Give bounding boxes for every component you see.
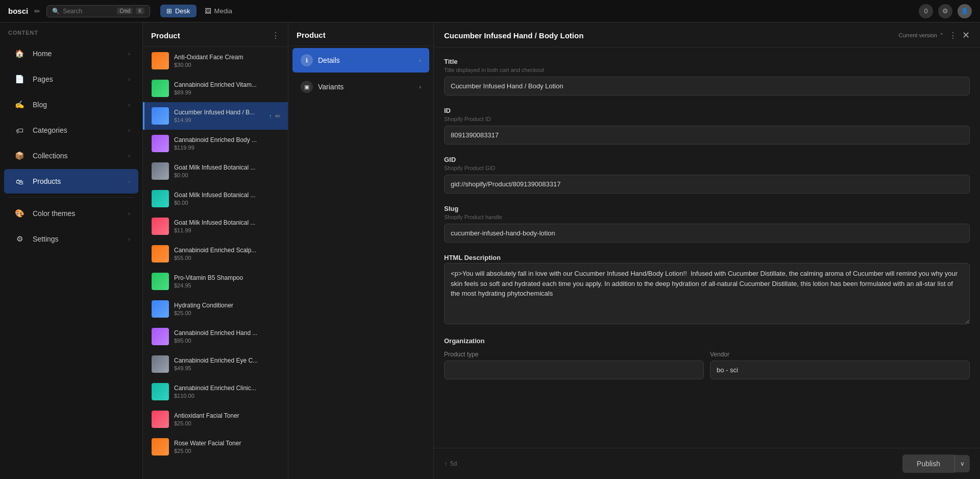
product-edit-btn[interactable]: ✏ bbox=[275, 195, 281, 203]
search-icon: 🔍 bbox=[52, 8, 60, 15]
product-actions: ↑ ✏ bbox=[269, 112, 281, 120]
product-price: $0.00 bbox=[174, 200, 264, 206]
product-edit-btn[interactable]: ✏ bbox=[275, 305, 281, 313]
footer-time: ↑ 5d bbox=[444, 460, 457, 467]
product-edit-btn[interactable]: ✏ bbox=[275, 57, 281, 65]
search-kbd-key: K bbox=[136, 8, 144, 14]
product-type-input[interactable] bbox=[444, 361, 704, 379]
chevron-icon: › bbox=[128, 178, 130, 184]
product-pin-btn[interactable]: ↑ bbox=[269, 416, 273, 423]
product-edit-btn[interactable]: ✏ bbox=[275, 223, 281, 230]
product-list-item[interactable]: Goat Milk Infused Botanical ... $11.99 ↑… bbox=[143, 212, 288, 240]
avatar[interactable]: 👤 bbox=[958, 4, 972, 18]
topbar-tabs: ⊞ Desk 🖼 Media bbox=[160, 5, 238, 17]
product-list-item[interactable]: Cannabinoid Enriched Hand ... $95.00 ↑ ✏ bbox=[143, 323, 288, 350]
product-pin-btn[interactable]: ↑ bbox=[269, 361, 273, 368]
product-pin-btn[interactable]: ↑ bbox=[269, 223, 273, 230]
product-info: Antioxidant Facial Toner $25.00 bbox=[174, 412, 264, 426]
product-list-item[interactable]: Cucumber Infused Hand / B... $14.99 ↑ ✏ bbox=[143, 102, 288, 130]
product-pin-btn[interactable]: ↑ bbox=[269, 278, 273, 285]
sidebar-item-blog[interactable]: ✍ Blog › bbox=[4, 92, 138, 117]
product-list-item[interactable]: Antioxidant Facial Toner $25.00 ↑ ✏ bbox=[143, 405, 288, 433]
product-edit-btn[interactable]: ✏ bbox=[275, 361, 281, 368]
product-pin-btn[interactable]: ↑ bbox=[269, 85, 273, 92]
sidebar-item-color-themes[interactable]: 🎨 Color themes › bbox=[4, 201, 138, 226]
product-pin-btn[interactable]: ↑ bbox=[269, 57, 273, 65]
field-title-sublabel: Title displayed in both cart and checkou… bbox=[444, 67, 970, 73]
product-thumbnail bbox=[152, 107, 169, 125]
product-edit-btn[interactable]: ✏ bbox=[275, 333, 281, 341]
id-input[interactable] bbox=[444, 126, 970, 145]
product-price: $14.99 bbox=[174, 117, 264, 123]
sidebar-item-settings[interactable]: ⚙ Settings › bbox=[4, 227, 138, 251]
product-info: Rose Water Facial Toner $25.00 bbox=[174, 440, 264, 454]
product-list-item[interactable]: Cannabinoid Enriched Body ... $119.99 ↑ … bbox=[143, 130, 288, 157]
tab-media[interactable]: 🖼 Media bbox=[199, 5, 238, 17]
product-pin-btn[interactable]: ↑ bbox=[269, 112, 273, 120]
nav-item-variants[interactable]: ▣ Variants › bbox=[292, 75, 429, 99]
product-price: $110.00 bbox=[174, 393, 264, 399]
product-info: Cannabinoid Enriched Hand ... $95.00 bbox=[174, 329, 264, 344]
product-edit-btn[interactable]: ✏ bbox=[275, 85, 281, 92]
html-description-textarea[interactable] bbox=[444, 263, 970, 324]
product-pin-btn[interactable]: ↑ bbox=[269, 305, 273, 313]
product-list-item[interactable]: Cannabinoid Enriched Vitam... $89.99 ↑ ✏ bbox=[143, 75, 288, 102]
product-edit-btn[interactable]: ✏ bbox=[275, 443, 281, 451]
product-price: $11.99 bbox=[174, 227, 264, 233]
sidebar-item-home[interactable]: 🏠 Home › bbox=[4, 41, 138, 66]
product-edit-btn[interactable]: ✏ bbox=[275, 416, 281, 423]
search-bar[interactable]: 🔍 Cmd K bbox=[46, 5, 150, 17]
sidebar-item-pages[interactable]: 📄 Pages › bbox=[4, 67, 138, 91]
product-pin-btn[interactable]: ↑ bbox=[269, 388, 273, 396]
product-pin-btn[interactable]: ↑ bbox=[269, 195, 273, 203]
settings-icon-btn[interactable]: ⚙ bbox=[938, 4, 952, 18]
vendor-input[interactable] bbox=[710, 361, 970, 379]
sidebar-item-categories[interactable]: 🏷 Categories › bbox=[4, 118, 138, 142]
product-list-item[interactable]: Cannabinoid Enriched Eye C... $49.95 ↑ ✏ bbox=[143, 350, 288, 378]
product-pin-btn[interactable]: ↑ bbox=[269, 443, 273, 451]
sidebar-label-pages: Pages bbox=[33, 75, 122, 83]
detail-menu-btn[interactable]: ⋮ bbox=[949, 31, 957, 40]
product-pin-btn[interactable]: ↑ bbox=[269, 140, 273, 148]
sidebar-divider bbox=[8, 197, 134, 198]
product-edit-btn[interactable]: ✏ bbox=[275, 112, 281, 120]
product-info: Pro-Vitamin B5 Shampoo $24.95 bbox=[174, 274, 264, 289]
sidebar-item-products[interactable]: 🛍 Products › bbox=[4, 169, 138, 194]
search-input[interactable] bbox=[63, 8, 114, 15]
notification-btn[interactable]: 0 bbox=[919, 4, 933, 18]
gid-input[interactable] bbox=[444, 175, 970, 194]
product-list: Anti-Oxidant Face Cream $30.00 ↑ ✏ Canna… bbox=[143, 47, 288, 461]
product-info: Cucumber Infused Hand / B... $14.99 bbox=[174, 109, 264, 123]
product-list-item[interactable]: Goat Milk Infused Botanical ... $0.00 ↑ … bbox=[143, 185, 288, 212]
field-id: ID Shopify Product ID bbox=[444, 107, 970, 145]
slug-input[interactable] bbox=[444, 224, 970, 243]
product-list-item[interactable]: Hydrating Conditioner $25.00 ↑ ✏ bbox=[143, 295, 288, 323]
product-edit-btn[interactable]: ✏ bbox=[275, 278, 281, 285]
product-edit-btn[interactable]: ✏ bbox=[275, 140, 281, 148]
product-thumbnail bbox=[152, 355, 169, 373]
product-list-item[interactable]: Cannabinoid Enriched Clinic... $110.00 ↑… bbox=[143, 378, 288, 405]
product-list-item[interactable]: Rose Water Facial Toner $25.00 ↑ ✏ bbox=[143, 433, 288, 461]
edit-icon[interactable]: ✏ bbox=[34, 7, 40, 15]
detail-close-btn[interactable]: ✕ bbox=[962, 30, 970, 41]
product-edit-btn[interactable]: ✏ bbox=[275, 167, 281, 175]
title-input[interactable] bbox=[444, 77, 970, 95]
product-edit-btn[interactable]: ✏ bbox=[275, 388, 281, 396]
product-pin-btn[interactable]: ↑ bbox=[269, 333, 273, 341]
product-list-item[interactable]: Cannabinoid Enriched Scalp... $55.00 ↑ ✏ bbox=[143, 240, 288, 268]
product-edit-btn[interactable]: ✏ bbox=[275, 250, 281, 258]
product-list-menu-btn[interactable]: ⋮ bbox=[272, 31, 280, 40]
product-pin-btn[interactable]: ↑ bbox=[269, 250, 273, 258]
sidebar-item-collections[interactable]: 📦 Collections › bbox=[4, 143, 138, 168]
product-list-item[interactable]: Anti-Oxidant Face Cream $30.00 ↑ ✏ bbox=[143, 47, 288, 75]
tab-desk[interactable]: ⊞ Desk bbox=[160, 5, 197, 17]
nav-item-details[interactable]: ℹ Details › bbox=[292, 48, 429, 73]
field-id-label: ID bbox=[444, 107, 970, 114]
product-list-item[interactable]: Goat Milk Infused Botanical ... $0.00 ↑ … bbox=[143, 157, 288, 185]
pages-icon: 📄 bbox=[12, 72, 27, 86]
publish-button[interactable]: Publish bbox=[902, 454, 954, 473]
product-pin-btn[interactable]: ↑ bbox=[269, 167, 273, 175]
publish-dropdown-button[interactable]: ∨ bbox=[954, 455, 970, 472]
sidebar-header: Content bbox=[0, 22, 142, 41]
product-list-item[interactable]: Pro-Vitamin B5 Shampoo $24.95 ↑ ✏ bbox=[143, 268, 288, 295]
